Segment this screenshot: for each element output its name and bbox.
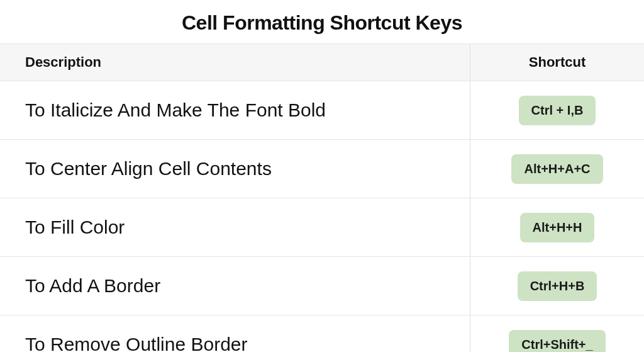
- header-description: Description: [0, 44, 470, 81]
- page-title: Cell Formatting Shortcut Keys: [0, 0, 644, 43]
- shortcut-badge: Ctrl + I,B: [519, 96, 596, 125]
- table-row: To Italicize And Make The Font Bold Ctrl…: [0, 81, 644, 140]
- table-row: To Fill Color Alt+H+H: [0, 198, 644, 257]
- table-row: To Remove Outline Border Ctrl+Shift+_: [0, 315, 644, 352]
- shortcut-cell: Ctrl+Shift+_: [470, 315, 644, 352]
- shortcuts-table: Description Shortcut To Italicize And Ma…: [0, 43, 644, 352]
- description-cell: To Fill Color: [0, 198, 470, 256]
- header-shortcut: Shortcut: [470, 44, 644, 81]
- description-cell: To Remove Outline Border: [0, 315, 470, 352]
- table-header-row: Description Shortcut: [0, 43, 644, 81]
- shortcut-badge: Alt+H+A+C: [511, 154, 602, 184]
- table-row: To Center Align Cell Contents Alt+H+A+C: [0, 140, 644, 198]
- description-cell: To Italicize And Make The Font Bold: [0, 81, 470, 139]
- shortcut-badge: Alt+H+H: [520, 213, 595, 242]
- shortcut-badge: Ctrl+H+B: [518, 271, 597, 301]
- description-cell: To Center Align Cell Contents: [0, 140, 470, 198]
- shortcut-cell: Ctrl + I,B: [470, 81, 644, 139]
- table-row: To Add A Border Ctrl+H+B: [0, 257, 644, 315]
- shortcut-cell: Alt+H+H: [470, 198, 644, 256]
- shortcut-cell: Ctrl+H+B: [470, 257, 644, 315]
- shortcut-cell: Alt+H+A+C: [470, 140, 644, 198]
- description-cell: To Add A Border: [0, 257, 470, 315]
- shortcut-badge: Ctrl+Shift+_: [509, 330, 605, 353]
